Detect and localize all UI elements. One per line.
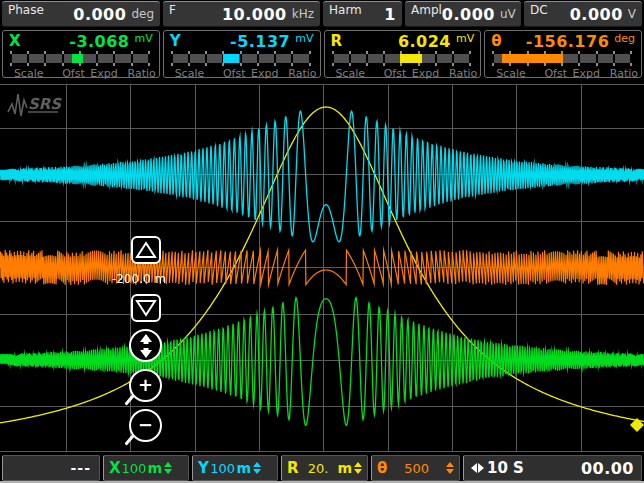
menu-ratio[interactable]: Ratio: [449, 67, 477, 80]
menu-expd[interactable]: Expd: [90, 67, 117, 80]
meter-tick: [613, 51, 615, 66]
stepper-arrows-icon[interactable]: [354, 462, 362, 474]
scale-value: 500: [387, 461, 446, 476]
param-unit: kHz: [292, 7, 314, 21]
stepper-arrows-icon[interactable]: [164, 462, 172, 474]
meter-tick: [188, 51, 190, 66]
menu-ofst[interactable]: Ofst: [384, 67, 407, 80]
param-box-dc[interactable]: DC0.000V: [524, 1, 642, 27]
meter-tick: [96, 51, 98, 66]
logo-text: SRS: [28, 95, 62, 113]
scale-letter: R: [287, 459, 299, 477]
channel-box-θ[interactable]: θ-156.176degScaleOfstExpdRatio: [484, 30, 642, 78]
timebase-span: 10 S: [487, 459, 524, 477]
menu-ofst[interactable]: Ofst: [62, 67, 85, 80]
meter-tick: [171, 51, 173, 66]
param-label: F: [169, 3, 176, 17]
scale-up-button[interactable]: [131, 236, 161, 264]
menu-scale[interactable]: Scale: [175, 67, 205, 80]
channel-value: -156.176: [526, 32, 610, 51]
meter-indicator: [72, 54, 84, 63]
param-value: 0.000: [442, 5, 495, 24]
param-unit: uV: [500, 7, 516, 21]
menu-scale[interactable]: Scale: [496, 67, 526, 80]
scope-canvas: [0, 84, 644, 452]
channel-meter-bar: [333, 51, 471, 66]
scale-unit: m: [337, 460, 352, 476]
waveform-plot: SRS -200.0 m + −: [0, 84, 644, 452]
meter-tick: [274, 51, 276, 66]
offset-value-label: -200.0 m: [110, 272, 168, 286]
channel-value: -5.137: [230, 32, 290, 51]
menu-ofst[interactable]: Ofst: [544, 67, 567, 80]
scale-box-X[interactable]: X100m: [103, 455, 189, 481]
logo-waveform-icon: [8, 94, 27, 116]
meter-indicator: [223, 54, 239, 63]
scale-letter: θ: [377, 459, 387, 477]
pan-arrows-icon: [471, 463, 484, 473]
channel-unit: deg: [614, 32, 635, 45]
scale-letter: Y: [198, 459, 209, 477]
param-value: 0.000: [570, 5, 623, 24]
meter-tick: [332, 51, 334, 66]
menu-expd[interactable]: Expd: [412, 67, 439, 80]
triangle-up-icon: [135, 241, 157, 259]
channel-unit: mV: [295, 32, 313, 45]
zoom-out-button[interactable]: −: [129, 409, 162, 442]
scale-box-Y[interactable]: Y100m: [192, 455, 278, 481]
channel-box-X[interactable]: X-3.068mVScaleOfstExpdRatio: [2, 30, 160, 78]
meter-tick: [366, 51, 368, 66]
meter-indicator: [502, 54, 563, 63]
stepper-arrows-icon[interactable]: [253, 462, 261, 474]
param-box-f[interactable]: F10.000kHz: [163, 1, 320, 27]
channel-box-R[interactable]: R6.024mVScaleOfstExpdRatio: [324, 30, 482, 78]
scale-box-θ[interactable]: θ500: [371, 455, 460, 481]
param-label: Harm: [329, 3, 362, 17]
menu-ratio[interactable]: Ratio: [288, 67, 316, 80]
param-value: 1: [384, 5, 396, 24]
channel-box-Y[interactable]: Y-5.137mVScaleOfstExpdRatio: [163, 30, 321, 78]
expand-vertical-icon: [137, 334, 155, 358]
menu-expd[interactable]: Expd: [251, 67, 278, 80]
channel-meter-bar: [172, 51, 310, 66]
param-box-harm[interactable]: Harm1: [323, 1, 402, 27]
zoom-in-button[interactable]: +: [129, 369, 162, 402]
meter-tick: [596, 51, 598, 66]
meter-tick: [630, 51, 632, 66]
scale-box-R[interactable]: R20.m: [281, 455, 368, 481]
scale-unit: m: [147, 460, 162, 476]
meter-tick: [578, 51, 580, 66]
menu-ratio[interactable]: Ratio: [128, 67, 156, 80]
plus-icon: +: [138, 376, 153, 394]
meter-tick: [383, 51, 385, 66]
channel-unit: mV: [456, 32, 474, 45]
status-box: ---: [2, 455, 100, 481]
stepper-arrows-icon[interactable]: [446, 462, 454, 474]
minus-icon: −: [138, 416, 153, 434]
menu-expd[interactable]: Expd: [572, 67, 599, 80]
meter-tick: [349, 51, 351, 66]
channel-value: 6.024: [398, 32, 451, 51]
bottom-status-bar: --- X100mY100mR20.mθ500 10 S 00.00: [2, 455, 642, 481]
channel-letter: R: [331, 32, 343, 50]
param-box-ampl[interactable]: Ampl0.000uV: [405, 1, 521, 27]
param-box-phase[interactable]: Phase0.000deg: [2, 1, 160, 27]
channel-unit: mV: [135, 32, 153, 45]
sweep-time-readout: 00.00: [581, 459, 634, 478]
param-value: 0.000: [73, 5, 126, 24]
menu-ratio[interactable]: Ratio: [610, 67, 638, 80]
meter-tick: [452, 51, 454, 66]
timebase-box[interactable]: 10 S 00.00: [463, 455, 642, 481]
scale-down-button[interactable]: [131, 294, 161, 322]
param-label: DC: [530, 3, 548, 17]
scale-value: 20.: [299, 461, 338, 476]
param-unit: deg: [131, 7, 154, 21]
menu-scale[interactable]: Scale: [14, 67, 44, 80]
menu-ofst[interactable]: Ofst: [223, 67, 246, 80]
param-label: Phase: [8, 3, 44, 17]
scale-letter: X: [109, 459, 121, 477]
menu-scale[interactable]: Scale: [335, 67, 365, 80]
param-unit: V: [628, 7, 636, 21]
meter-tick: [148, 51, 150, 66]
autoscale-button[interactable]: [129, 329, 162, 362]
